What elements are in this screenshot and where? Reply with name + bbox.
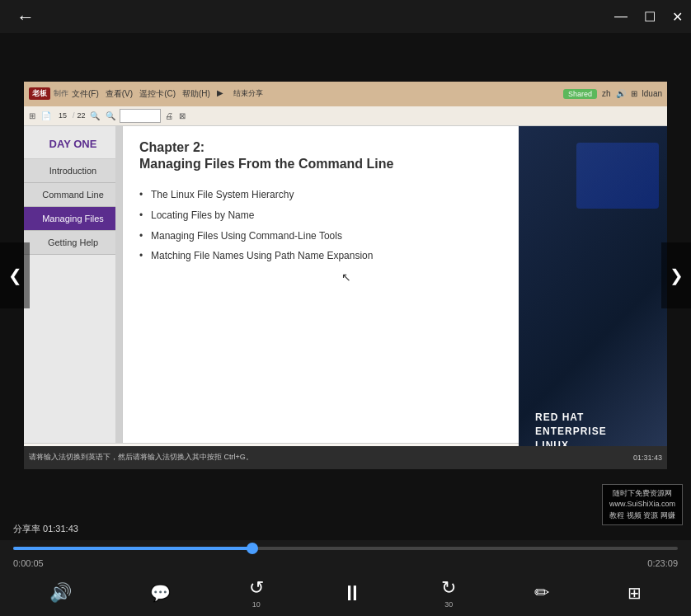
day-one-header: DAY ONE	[24, 131, 122, 159]
pdf-nav-panel: DAY ONE Introduction Command Line Managi…	[24, 126, 123, 443]
minimize-button[interactable]: —	[614, 9, 628, 24]
menu-help[interactable]: 帮助(H)	[182, 88, 210, 100]
video-container: ❮ 老板 制作 文件(F) 查看(V) 遥控卡(C) 帮助(H) ▶ 结束分享 …	[0, 33, 691, 517]
watermark-line1: 随时下免费资源网	[609, 488, 675, 500]
menu-remote[interactable]: 遥控卡(C)	[139, 88, 176, 100]
tb-icon-2[interactable]: 📄	[40, 111, 53, 121]
progress-track[interactable]	[13, 547, 678, 550]
tb-zoom-in[interactable]: 🔍	[104, 111, 117, 121]
nav-item-command-line[interactable]: Command Line	[24, 183, 122, 207]
rewind-icon: ↺	[249, 577, 264, 599]
screen-area: 老板 制作 文件(F) 查看(V) 遥控卡(C) 帮助(H) ▶ 结束分享 Sh…	[24, 82, 667, 469]
rewind-label: 10	[252, 600, 261, 609]
fullscreen-icon: ⊞	[628, 583, 642, 603]
volume-button[interactable]: 🔊	[49, 582, 72, 604]
tb-zoom-out[interactable]: 🔍	[88, 111, 101, 121]
rhel-panel: RED HAT ENTERPRISE LINUX	[519, 126, 667, 469]
progress-filled	[13, 547, 252, 550]
nav-item-managing-files[interactable]: Managing Files	[24, 207, 122, 231]
screen-icon: ⊞	[631, 89, 637, 98]
zoom-level[interactable]: 页面宽度	[120, 109, 161, 123]
pause-icon: ⏸	[341, 581, 363, 606]
controls-area: 分享率 01:31:43 0:00:05 0:23:09 🔊 💬 ↺ 10 ⏸	[0, 517, 691, 616]
watermark-line2: www.SuiShiXia.com	[609, 499, 675, 510]
play-button[interactable]: ▶	[217, 88, 223, 100]
share-label: 结束分享	[233, 88, 263, 99]
forward-icon: ↻	[441, 577, 456, 599]
nav-scrollbar[interactable]	[115, 126, 122, 443]
taskbar-text: 请将输入法切换到英语下，然后请将输入法切换入其中按拒 Ctrl+G。	[29, 452, 253, 463]
back-button[interactable]: ←	[16, 7, 35, 28]
menu-bar: 文件(F) 查看(V) 遥控卡(C) 帮助(H) ▶	[72, 88, 223, 100]
nav-item-getting-help[interactable]: Getting Help	[24, 231, 122, 255]
title-bar: — ☐ ✕	[0, 0, 691, 33]
page-sep: /	[73, 111, 75, 120]
shared-badge: Shared	[563, 89, 597, 99]
forward-label: 30	[444, 600, 453, 609]
top-bar-right: Shared zh 🔊 ⊞ lduan	[563, 89, 662, 99]
watermark-line3: 教程 视频 资源 网赚	[609, 510, 675, 522]
page-num: 15	[59, 111, 67, 120]
app-subtitle: 制作	[54, 88, 68, 99]
pen-button[interactable]: ✏	[534, 582, 549, 604]
taskbar: 请将输入法切换到英语下，然后请将输入法切换入其中按拒 Ctrl+G。 01:31…	[24, 446, 667, 469]
time-total: 0:23:09	[647, 558, 678, 568]
prev-arrow[interactable]: ❮	[0, 242, 30, 308]
cursor-indicator: ↖	[341, 270, 351, 284]
tb-fit[interactable]: ⊠	[177, 111, 187, 121]
pen-icon: ✏	[534, 582, 549, 604]
tb-icon-1[interactable]: ⊞	[27, 111, 37, 121]
subtitle-strip: 分享率 01:31:43	[0, 517, 691, 540]
time-current: 0:00:05	[13, 558, 44, 568]
progress-area[interactable]	[0, 540, 691, 557]
bottom-controls: 🔊 💬 ↺ 10 ⏸ ↻ 30 ✏ ⊞	[0, 570, 691, 616]
taskbar-time: 01:31:43	[633, 454, 662, 462]
volume-icon: 🔊	[49, 582, 72, 604]
pdf-toolbar2: ⊞ 📄 15 / 22 🔍 🔍 页面宽度 🖨 ⊠	[24, 106, 667, 126]
next-arrow[interactable]: ❯	[661, 242, 691, 308]
menu-file[interactable]: 文件(F)	[72, 88, 99, 100]
time-labels: 0:00:05 0:23:09	[0, 557, 691, 570]
pdf-top-bar: 老板 制作 文件(F) 查看(V) 遥控卡(C) 帮助(H) ▶ 结束分享 Sh…	[24, 82, 667, 106]
close-button[interactable]: ✕	[672, 9, 683, 25]
subtitle-text: 分享率 01:31:43	[13, 523, 78, 535]
user-label: lduan	[642, 89, 662, 98]
menu-view[interactable]: 查看(V)	[106, 88, 133, 100]
captions-button[interactable]: 💬	[150, 583, 171, 603]
captions-icon: 💬	[150, 583, 171, 603]
volume-icon: 🔊	[616, 89, 626, 98]
tb-print[interactable]: 🖨	[163, 111, 175, 121]
forward-button[interactable]: ↻ 30	[441, 577, 456, 609]
watermark: 随时下免费资源网 www.SuiShiXia.com 教程 视频 资源 网赚	[602, 484, 683, 526]
lang-indicator: zh	[602, 89, 611, 98]
fullscreen-button[interactable]: ⊞	[628, 583, 642, 603]
progress-thumb[interactable]	[247, 543, 258, 554]
nav-item-introduction[interactable]: Introduction	[24, 159, 122, 183]
window-controls: — ☐ ✕	[614, 9, 683, 25]
pause-button[interactable]: ⏸	[341, 581, 363, 606]
app-logo: 老板	[29, 87, 50, 100]
rewind-button[interactable]: ↺ 10	[249, 577, 264, 609]
page-total: 22	[78, 111, 86, 120]
maximize-button[interactable]: ☐	[644, 9, 656, 25]
